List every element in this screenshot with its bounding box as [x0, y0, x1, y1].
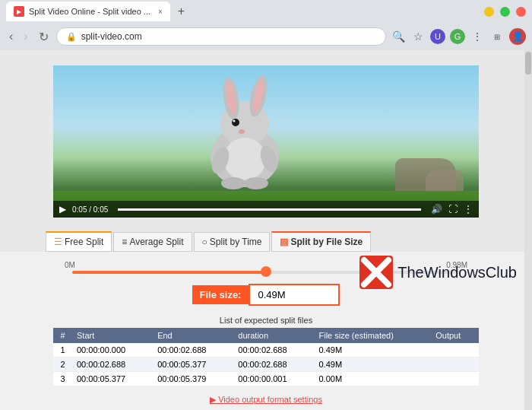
fullscreen-icon[interactable]: ⛶: [448, 204, 458, 215]
slider-thumb[interactable]: [261, 266, 271, 277]
cell-output: [431, 343, 479, 358]
table-title: List of expected split files: [53, 316, 479, 325]
nav-bar: ‹ › ↻ 🔒 split-video.com 🔍 ☆ U G ⋮ ⊞ 👤: [0, 23, 532, 50]
table-header-row: # Start End duration File size (estimate…: [53, 328, 479, 343]
average-split-label: Average Split: [129, 237, 183, 247]
watermark: TheWindowsClub: [359, 256, 517, 289]
col-header-output: Output: [431, 328, 479, 343]
search-icon[interactable]: 🔍: [391, 29, 406, 44]
title-bar: ▶ Split Video Online - Split video ... ×…: [0, 0, 532, 23]
split-by-filesize-label: Split by File Size: [290, 237, 363, 247]
cell-start: 00:00:02.688: [72, 358, 153, 372]
cell-num: 1: [53, 343, 72, 358]
extension-icon-g[interactable]: G: [450, 29, 465, 44]
menu-icon[interactable]: ⋮: [470, 29, 485, 44]
settings-link[interactable]: ▶ Video output format settings: [46, 390, 486, 409]
forward-button[interactable]: ›: [21, 28, 30, 45]
close-button[interactable]: [516, 7, 526, 17]
maximize-button[interactable]: [500, 7, 510, 17]
cell-end: 00:00:05.379: [153, 372, 233, 386]
split-by-time-label: Split by Time: [210, 237, 262, 247]
page-content: ▶ 0:05 / 0:05 🔊 ⛶ ⋮ ☰ Free Split ≡ Avera…: [0, 50, 532, 410]
lock-icon: 🔒: [66, 32, 77, 42]
title-bar-controls: [484, 7, 526, 17]
col-header-duration: duration: [233, 328, 314, 343]
video-rabbit: [192, 69, 298, 191]
bookmark-icon[interactable]: ☆: [410, 29, 426, 44]
cell-duration: 00:00:00.001: [233, 372, 314, 386]
video-controls: ▶ 0:05 / 0:05 🔊 ⛶ ⋮: [53, 201, 479, 218]
table-section: List of expected split files # Start End…: [53, 316, 479, 386]
cell-filesize: 0.49M: [314, 343, 431, 358]
cell-output: [431, 372, 479, 386]
tab-free-split[interactable]: ☰ Free Split: [46, 231, 112, 252]
nav-icons: 🔍 ☆ U G ⋮ ⊞ 👤: [391, 28, 526, 45]
filesize-input[interactable]: [249, 284, 340, 306]
svg-point-7: [233, 120, 236, 122]
cell-filesize: 0.49M: [314, 358, 431, 372]
tab-favicon: ▶: [14, 6, 24, 17]
free-split-icon: ☰: [54, 237, 62, 247]
slider-min-label: 0M: [65, 261, 75, 269]
filesize-label: File size:: [192, 285, 249, 304]
svg-point-6: [232, 119, 239, 126]
svg-point-8: [239, 129, 245, 134]
watermark-x-logo: [359, 256, 393, 289]
video-player[interactable]: [53, 65, 479, 218]
volume-icon[interactable]: 🔊: [431, 204, 442, 215]
cell-start: 00:00:00.000: [72, 343, 153, 358]
tab-split-by-filesize[interactable]: ▤ Split by File Size: [271, 231, 371, 252]
svg-point-12: [221, 177, 245, 189]
extension-icon-u[interactable]: U: [430, 29, 445, 44]
cell-duration: 00:00:02.688: [233, 343, 314, 358]
scrollbar-thumb[interactable]: [525, 52, 531, 75]
split-by-time-icon: ○: [202, 237, 207, 247]
url-text: split-video.com: [81, 31, 142, 42]
cell-start: 00:00:05.377: [72, 372, 153, 386]
table-row: 2 00:00:02.688 00:00:05.377 00:00:02.688…: [53, 358, 479, 372]
tab-close-btn[interactable]: ×: [158, 8, 163, 16]
video-time: 0:05 / 0:05: [72, 205, 108, 214]
split-files-table: # Start End duration File size (estimate…: [53, 328, 479, 386]
cell-end: 00:00:02.688: [153, 343, 233, 358]
table-row: 3 00:00:05.377 00:00:05.379 00:00:00.001…: [53, 372, 479, 386]
cell-filesize: 0.00M: [314, 372, 431, 386]
average-split-icon: ≡: [122, 237, 127, 247]
slider-fill: [72, 271, 266, 274]
col-header-start: Start: [72, 328, 153, 343]
svg-point-9: [223, 138, 266, 180]
address-bar[interactable]: 🔒 split-video.com: [56, 27, 386, 46]
tab-title: Split Video Online - Split video ...: [29, 7, 150, 16]
table-row: 1 00:00:00.000 00:00:02.688 00:00:02.688…: [53, 343, 479, 358]
cell-end: 00:00:05.377: [153, 358, 233, 372]
col-header-end: End: [153, 328, 233, 343]
tab-average-split[interactable]: ≡ Average Split: [113, 232, 192, 252]
browser-tab[interactable]: ▶ Split Video Online - Split video ... ×: [6, 2, 170, 21]
title-bar-left: ▶ Split Video Online - Split video ... ×…: [6, 2, 189, 21]
back-button[interactable]: ‹: [6, 28, 16, 45]
cell-num: 2: [53, 358, 72, 372]
play-button[interactable]: ▶: [59, 204, 66, 215]
cell-num: 3: [53, 372, 72, 386]
split-tabs: ☰ Free Split ≡ Average Split ○ Split by …: [0, 225, 532, 252]
col-header-filesize: File size (estimated): [314, 328, 431, 343]
menu-icon-2[interactable]: ⊞: [489, 29, 505, 44]
col-header-num: #: [53, 328, 72, 343]
new-tab-button[interactable]: +: [173, 3, 189, 20]
more-options-icon[interactable]: ⋮: [464, 204, 473, 215]
profile-avatar[interactable]: 👤: [509, 28, 526, 45]
refresh-button[interactable]: ↻: [36, 28, 52, 46]
svg-point-13: [244, 177, 268, 189]
minimize-button[interactable]: [484, 7, 494, 17]
split-by-filesize-icon: ▤: [280, 237, 288, 247]
cell-output: [431, 358, 479, 372]
scrollbar[interactable]: [524, 50, 532, 410]
free-split-label: Free Split: [65, 237, 103, 247]
cell-duration: 00:00:02.688: [233, 358, 314, 372]
watermark-text: TheWindowsClub: [397, 264, 517, 281]
video-container: ▶ 0:05 / 0:05 🔊 ⛶ ⋮: [53, 65, 479, 218]
tab-split-by-time[interactable]: ○ Split by Time: [194, 232, 271, 252]
